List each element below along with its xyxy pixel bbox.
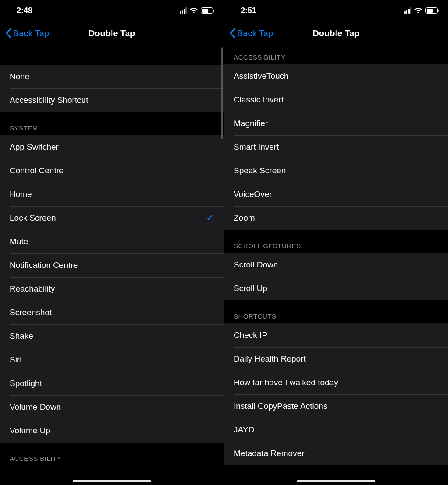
row-label: JAYD <box>234 425 254 435</box>
row-control-centre[interactable]: Control Centre <box>0 159 224 183</box>
chevron-left-icon <box>5 28 11 38</box>
row-screenshot[interactable]: Screenshot <box>0 301 224 324</box>
screenshot-left: 2:48 Back Tap Double Tap None Accessibil… <box>0 0 224 485</box>
row-label: Volume Down <box>10 402 61 412</box>
row-label: Install CopyPaste Actions <box>234 401 327 411</box>
row-label: Smart Invert <box>234 142 279 152</box>
nav-bar: Back Tap Double Tap <box>0 21 224 46</box>
row-label: App Switcher <box>10 142 59 152</box>
row-speak-screen[interactable]: Speak Screen <box>224 159 448 183</box>
section-header-accessibility: Accessibility <box>224 46 448 64</box>
screenshot-right: 2:51 Back Tap Double Tap Accessibility A… <box>224 0 448 485</box>
back-label: Back Tap <box>237 28 273 39</box>
row-label: Screenshot <box>10 308 52 317</box>
row-zoom[interactable]: Zoom <box>224 206 448 230</box>
row-app-switcher[interactable]: App Switcher <box>0 135 224 159</box>
row-shake[interactable]: Shake <box>0 324 224 348</box>
row-label: Home <box>10 190 32 199</box>
row-none[interactable]: None <box>0 65 224 88</box>
row-label: Accessibility Shortcut <box>10 95 88 105</box>
row-label: VoiceOver <box>234 190 272 199</box>
row-smart-invert[interactable]: Smart Invert <box>224 135 448 159</box>
row-label: Volume Up <box>10 426 50 436</box>
nav-bar: Back Tap Double Tap <box>224 21 448 46</box>
scrollbar[interactable] <box>221 47 223 139</box>
row-label: Speak Screen <box>234 166 286 176</box>
row-scroll-up[interactable]: Scroll Up <box>224 277 448 300</box>
row-magnifier[interactable]: Magnifier <box>224 112 448 135</box>
row-notification-centre[interactable]: Notification Centre <box>0 253 224 277</box>
row-assistivetouch[interactable]: AssistiveTouch <box>224 64 448 88</box>
row-label: Classic Invert <box>234 95 284 105</box>
row-scroll-down[interactable]: Scroll Down <box>224 253 448 277</box>
spacer <box>0 46 224 65</box>
shortcuts-group: Check IP Daily Health Report How far hav… <box>224 323 448 465</box>
row-home[interactable]: Home <box>0 183 224 206</box>
top-group: None Accessibility Shortcut <box>0 65 224 112</box>
row-label: How far have I walked today <box>234 378 338 387</box>
row-label: Shake <box>10 331 33 341</box>
status-bar: 2:48 <box>0 0 224 21</box>
row-volume-down[interactable]: Volume Down <box>0 395 224 419</box>
row-install-copypaste-actions[interactable]: Install CopyPaste Actions <box>224 394 448 418</box>
checkmark-icon: ✓ <box>206 212 214 224</box>
row-label: Zoom <box>234 213 255 223</box>
row-classic-invert[interactable]: Classic Invert <box>224 88 448 112</box>
section-header-accessibility: Accessibility <box>0 443 224 466</box>
row-label: Notification Centre <box>10 260 78 270</box>
row-label: Control Centre <box>10 166 64 176</box>
row-label: AssistiveTouch <box>234 71 289 81</box>
chevron-left-icon <box>229 28 235 38</box>
row-spotlight[interactable]: Spotlight <box>0 372 224 395</box>
row-label: None <box>10 72 29 81</box>
back-label: Back Tap <box>13 28 49 39</box>
system-group: App Switcher Control Centre Home Lock Sc… <box>0 135 224 443</box>
row-label: Lock Screen <box>10 213 56 223</box>
status-time: 2:48 <box>17 6 32 15</box>
row-label: Daily Health Report <box>234 354 306 364</box>
row-label: Check IP <box>234 330 267 340</box>
section-header-system: System <box>0 112 224 135</box>
row-label: Reachability <box>10 284 55 294</box>
back-button[interactable]: Back Tap <box>5 28 49 39</box>
accessibility-group: AssistiveTouch Classic Invert Magnifier … <box>224 64 448 230</box>
row-label: Mute <box>10 237 28 246</box>
battery-icon <box>201 7 213 14</box>
scroll-gestures-group: Scroll Down Scroll Up <box>224 253 448 300</box>
home-indicator[interactable] <box>297 480 375 482</box>
row-daily-health-report[interactable]: Daily Health Report <box>224 347 448 371</box>
row-siri[interactable]: Siri <box>0 348 224 372</box>
cellular-signal-icon <box>404 7 412 14</box>
home-indicator[interactable] <box>73 480 151 482</box>
row-lock-screen[interactable]: Lock Screen ✓ <box>0 206 224 230</box>
cellular-signal-icon <box>180 7 187 14</box>
status-bar: 2:51 <box>224 0 448 21</box>
row-voiceover[interactable]: VoiceOver <box>224 183 448 206</box>
row-label: Scroll Up <box>234 284 267 293</box>
settings-list[interactable]: Accessibility AssistiveTouch Classic Inv… <box>224 46 448 485</box>
row-how-far-walked[interactable]: How far have I walked today <box>224 371 448 394</box>
settings-list[interactable]: None Accessibility Shortcut System App S… <box>0 46 224 485</box>
row-metadata-remover[interactable]: Metadata Remover <box>224 442 448 465</box>
row-accessibility-shortcut[interactable]: Accessibility Shortcut <box>0 88 224 112</box>
row-check-ip[interactable]: Check IP <box>224 323 448 347</box>
section-header-shortcuts: Shortcuts <box>224 300 448 323</box>
status-right <box>404 7 438 14</box>
row-label: Spotlight <box>10 379 42 388</box>
row-mute[interactable]: Mute <box>0 230 224 253</box>
battery-icon <box>425 7 438 14</box>
section-header-scroll-gestures: Scroll Gestures <box>224 230 448 253</box>
status-right <box>180 7 214 14</box>
back-button[interactable]: Back Tap <box>229 28 273 39</box>
status-time: 2:51 <box>241 6 256 15</box>
row-label: Scroll Down <box>234 260 278 270</box>
row-volume-up[interactable]: Volume Up <box>0 419 224 443</box>
row-label: Siri <box>10 355 21 365</box>
wifi-icon <box>189 7 198 14</box>
row-jayd[interactable]: JAYD <box>224 418 448 442</box>
row-label: Magnifier <box>234 119 268 128</box>
row-label: Metadata Remover <box>234 449 304 458</box>
wifi-icon <box>414 7 423 14</box>
row-reachability[interactable]: Reachability <box>0 277 224 301</box>
